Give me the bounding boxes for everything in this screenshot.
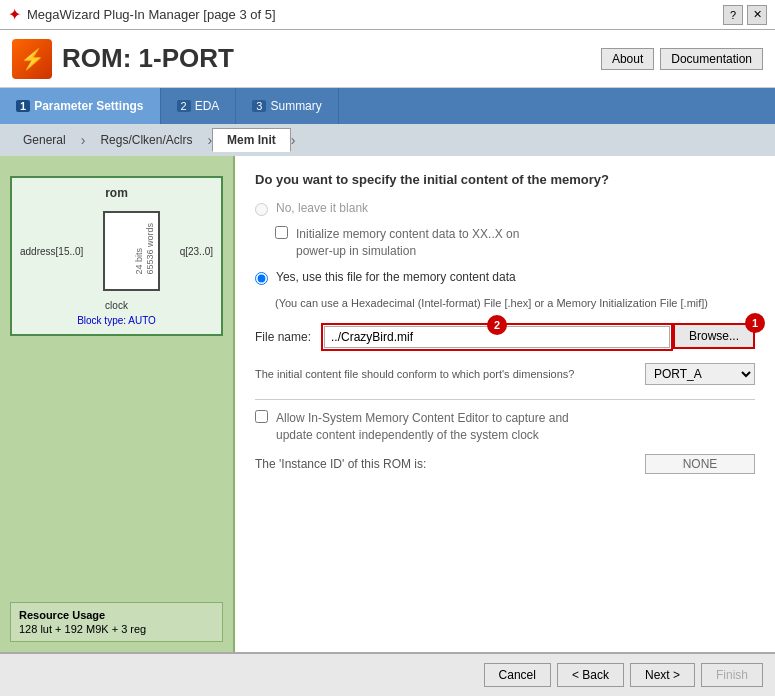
next-button[interactable]: Next > bbox=[630, 663, 695, 687]
tab-bar: 1 Parameter Settings 2 EDA 3 Summary bbox=[0, 88, 775, 124]
radio-yes[interactable] bbox=[255, 272, 268, 285]
browse-btn-wrapper: Browse... 1 bbox=[673, 323, 755, 349]
title-bar-controls: ? ✕ bbox=[723, 5, 767, 25]
resource-usage: Resource Usage 128 lut + 192 M9K + 3 reg bbox=[10, 602, 223, 642]
port-text: The initial content file should conform … bbox=[255, 368, 645, 380]
header-buttons: About Documentation bbox=[601, 48, 763, 70]
radio-no-row: No, leave it blank bbox=[255, 201, 755, 216]
bottom-bar: Cancel < Back Next > Finish bbox=[0, 652, 775, 696]
badge-1: 1 bbox=[745, 313, 765, 333]
resource-label: Resource Usage bbox=[19, 609, 214, 621]
title-bar-text: MegaWizard Plug-In Manager [page 3 of 5] bbox=[27, 7, 276, 22]
subtab-bar: General › Regs/Clken/Aclrs › Mem Init › bbox=[0, 124, 775, 156]
info-text: (You can use a Hexadecimal (Intel-format… bbox=[275, 295, 755, 312]
rom-diagram: rom address[15..0] 24 bits65536 words q[… bbox=[10, 176, 223, 336]
tab-num-3: 3 bbox=[252, 100, 266, 112]
checkbox-editor-row: Allow In-System Memory Content Editor to… bbox=[255, 410, 755, 444]
diagram-body: address[15..0] 24 bits65536 words q[23..… bbox=[20, 206, 213, 296]
subtab-label-meminit: Mem Init bbox=[227, 133, 276, 147]
signal-right-group: q[23..0] bbox=[180, 246, 213, 257]
diagram-title: rom bbox=[20, 186, 213, 200]
radio-no-label: No, leave it blank bbox=[276, 201, 368, 215]
tab-parameter-settings[interactable]: 1 Parameter Settings bbox=[0, 88, 161, 124]
browse-button[interactable]: Browse... bbox=[673, 323, 755, 349]
title-bar-left: ✦ MegaWizard Plug-In Manager [page 3 of … bbox=[8, 5, 276, 24]
signal-left-group: address[15..0] bbox=[20, 246, 83, 257]
subtab-meminit[interactable]: Mem Init bbox=[212, 128, 291, 152]
divider bbox=[255, 399, 755, 400]
checkbox-editor-label: Allow In-System Memory Content Editor to… bbox=[276, 410, 569, 444]
subtab-label-regs: Regs/Clken/Aclrs bbox=[100, 133, 192, 147]
tab-num-1: 1 bbox=[16, 100, 30, 112]
left-panel: rom address[15..0] 24 bits65536 words q[… bbox=[0, 156, 235, 652]
radio-yes-label: Yes, use this file for the memory conten… bbox=[276, 270, 516, 284]
tab-summary[interactable]: 3 Summary bbox=[236, 88, 338, 124]
radio-no[interactable] bbox=[255, 203, 268, 216]
subtab-general[interactable]: General bbox=[8, 128, 81, 152]
app-icon: ⚡ bbox=[12, 39, 52, 79]
subtab-label-general: General bbox=[23, 133, 66, 147]
finish-button[interactable]: Finish bbox=[701, 663, 763, 687]
header: ⚡ ROM: 1-PORT About Documentation bbox=[0, 30, 775, 88]
checkbox-init-row: Initialize memory content data to XX..X … bbox=[275, 226, 755, 260]
file-section: Browse... 1 File name: 2 bbox=[255, 323, 755, 359]
radio-yes-row: Yes, use this file for the memory conten… bbox=[255, 270, 755, 285]
header-left: ⚡ ROM: 1-PORT bbox=[12, 39, 234, 79]
file-label: File name: bbox=[255, 330, 311, 344]
port-select[interactable]: PORT_A PORT_B bbox=[645, 363, 755, 385]
clock-signal: clock bbox=[20, 300, 213, 311]
back-button[interactable]: < Back bbox=[557, 663, 624, 687]
help-button[interactable]: ? bbox=[723, 5, 743, 25]
right-panel: Do you want to specify the initial conte… bbox=[235, 156, 775, 652]
close-button[interactable]: ✕ bbox=[747, 5, 767, 25]
checkbox-init-label: Initialize memory content data to XX..X … bbox=[296, 226, 519, 260]
tab-label-2: EDA bbox=[195, 99, 220, 113]
tab-num-2: 2 bbox=[177, 100, 191, 112]
about-button[interactable]: About bbox=[601, 48, 654, 70]
block-type: Block type: AUTO bbox=[20, 315, 213, 326]
checkbox-editor[interactable] bbox=[255, 410, 268, 423]
bits-label: 24 bits65536 words bbox=[134, 223, 156, 275]
wizard-icon: ✦ bbox=[8, 5, 21, 24]
main-content: rom address[15..0] 24 bits65536 words q[… bbox=[0, 156, 775, 652]
rom-box: 24 bits65536 words bbox=[103, 211, 159, 291]
cancel-button[interactable]: Cancel bbox=[484, 663, 551, 687]
documentation-button[interactable]: Documentation bbox=[660, 48, 763, 70]
tab-label-1: Parameter Settings bbox=[34, 99, 143, 113]
port-row: The initial content file should conform … bbox=[255, 363, 755, 385]
address-signal: address[15..0] bbox=[20, 246, 83, 257]
instance-label: The 'Instance ID' of this ROM is: bbox=[255, 457, 426, 471]
file-input-wrapper: 2 bbox=[321, 323, 673, 351]
tab-label-3: Summary bbox=[270, 99, 321, 113]
instance-row: The 'Instance ID' of this ROM is: bbox=[255, 454, 755, 474]
page-title: ROM: 1-PORT bbox=[62, 43, 234, 74]
title-bar: ✦ MegaWizard Plug-In Manager [page 3 of … bbox=[0, 0, 775, 30]
checkbox-init[interactable] bbox=[275, 226, 288, 239]
question-text: Do you want to specify the initial conte… bbox=[255, 172, 755, 187]
rom-diagram-container: rom address[15..0] 24 bits65536 words q[… bbox=[10, 166, 223, 336]
subtab-regs[interactable]: Regs/Clken/Aclrs bbox=[85, 128, 207, 152]
file-row: File name: 2 bbox=[255, 323, 673, 351]
q-signal: q[23..0] bbox=[180, 246, 213, 257]
badge-2: 2 bbox=[487, 315, 507, 335]
arrow-3: › bbox=[291, 132, 296, 148]
tab-eda[interactable]: 2 EDA bbox=[161, 88, 237, 124]
resource-value: 128 lut + 192 M9K + 3 reg bbox=[19, 623, 214, 635]
instance-input[interactable] bbox=[645, 454, 755, 474]
